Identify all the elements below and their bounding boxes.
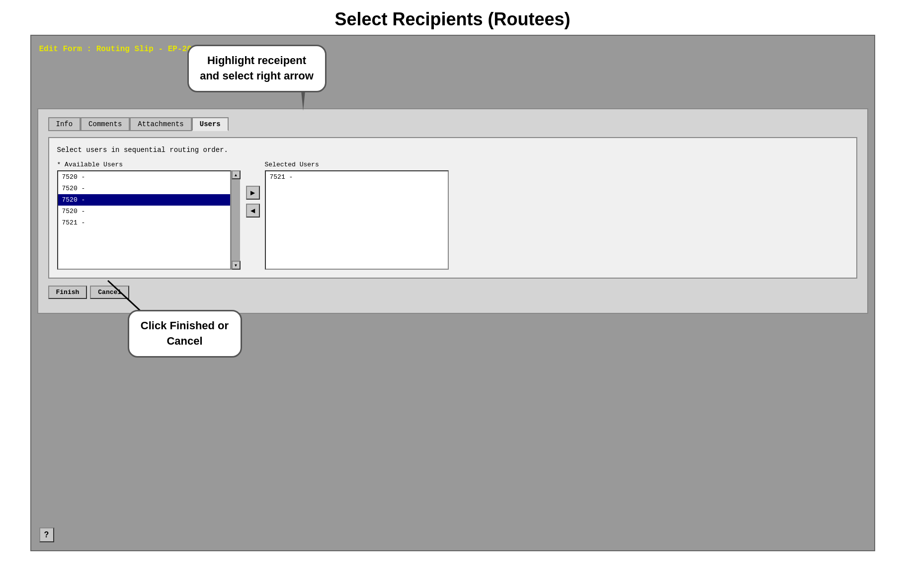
users-section: * Available Users 7520 - 7520 - 7520 - 7…	[57, 161, 848, 270]
page-title: Select Recipients (Routees)	[334, 0, 570, 35]
list-item[interactable]: 7520 -	[58, 206, 230, 217]
available-list-scrollbar[interactable]: ▲ ▼	[231, 170, 240, 270]
selected-users-label: Selected Users	[265, 161, 449, 168]
inner-panel: Highlight receipent and select right arr…	[37, 108, 868, 314]
finish-button[interactable]: Finish	[48, 286, 87, 299]
help-button[interactable]: ?	[39, 527, 54, 542]
available-users-items: 7520 - 7520 - 7520 - 7520 - 7521 -	[58, 171, 230, 228]
outer-frame: Edit Form : Routing Slip - EP-2010011-00…	[30, 35, 875, 551]
list-item[interactable]: 7521 -	[266, 171, 448, 183]
move-right-button[interactable]: ▶	[246, 186, 260, 200]
bottom-buttons: Finish Cancel Click Finished or Cancel	[48, 279, 857, 303]
callout-bottom-bubble: Click Finished or Cancel	[128, 310, 242, 358]
arrow-buttons: ▶ ◀	[241, 186, 265, 218]
svg-line-0	[108, 281, 143, 313]
tab-users[interactable]: Users	[192, 117, 229, 131]
move-left-button[interactable]: ◀	[246, 204, 260, 218]
tab-info[interactable]: Info	[48, 117, 81, 131]
form-header: Edit Form : Routing Slip - EP-2010011-00…	[37, 42, 868, 59]
instruction-text: Select users in sequential routing order…	[57, 146, 848, 154]
tab-attachments[interactable]: Attachments	[130, 117, 191, 131]
selected-users-section: Selected Users 7521 -	[265, 161, 449, 270]
scroll-up-btn[interactable]: ▲	[232, 170, 241, 179]
available-users-section: * Available Users 7520 - 7520 - 7520 - 7…	[57, 161, 241, 270]
selected-users-list[interactable]: 7521 -	[265, 170, 449, 270]
callout-top-bubble: Highlight receipent and select right arr…	[187, 45, 327, 92]
list-item[interactable]: 7520 -	[58, 183, 230, 194]
tabs-container: Info Comments Attachments Users	[48, 117, 857, 131]
tab-content: Select users in sequential routing order…	[48, 137, 857, 279]
list-item-selected[interactable]: 7520 -	[58, 194, 230, 206]
available-users-label: * Available Users	[57, 161, 241, 168]
scroll-down-btn[interactable]: ▼	[232, 261, 241, 270]
list-item[interactable]: 7520 -	[58, 171, 230, 183]
selected-users-items: 7521 -	[266, 171, 448, 183]
tab-comments[interactable]: Comments	[81, 117, 130, 131]
scroll-track	[232, 179, 240, 261]
available-users-list[interactable]: 7520 - 7520 - 7520 - 7520 - 7521 -	[57, 170, 231, 270]
list-item[interactable]: 7521 -	[58, 217, 230, 228]
